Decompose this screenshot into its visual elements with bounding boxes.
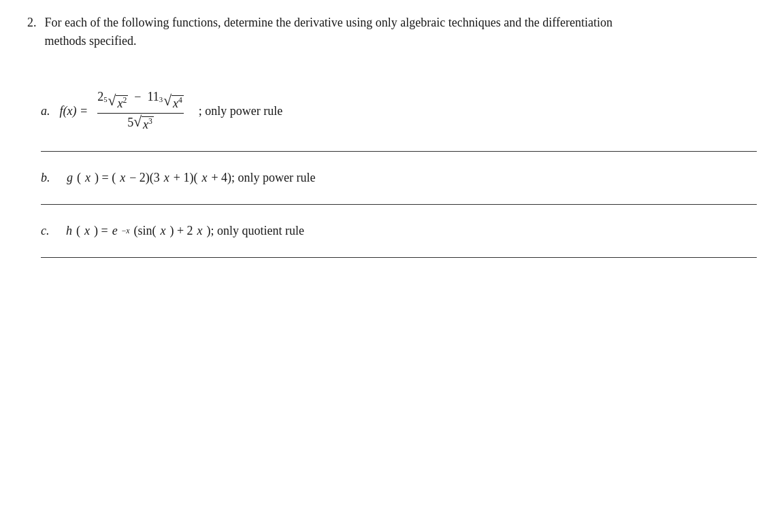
fraction-denominator: 5√x3	[127, 115, 154, 133]
parts-container: a. f(x) = 25√x2 − 113√x4 5√x3 ; only pow…	[41, 71, 757, 258]
part-a-content: a. f(x) = 25√x2 − 113√x4 5√x3 ; only pow…	[41, 83, 757, 139]
description-line2: methods specified.	[45, 34, 137, 48]
part-b-content: b. g(x) = (x − 2)(3x + 1)(x + 4); only p…	[41, 164, 757, 192]
part-a-note: ; only power rule	[199, 104, 282, 118]
description-line1: For each of the following functions, det…	[45, 16, 612, 29]
part-c-math: h(x) = e−x(sin(x) + 2x); only quotient r…	[59, 224, 305, 238]
problem-header: 2. For each of the following functions, …	[27, 14, 757, 50]
fifth-root-radical: 5√x2	[103, 94, 128, 112]
part-a-fraction: 25√x2 − 113√x4 5√x3	[97, 90, 184, 132]
problem-description: For each of the following functions, det…	[45, 14, 612, 50]
part-c: c. h(x) = e−x(sin(x) + 2x); only quotien…	[41, 205, 757, 258]
part-c-label: c.	[41, 224, 50, 238]
part-b-math: g(x) = (x − 2)(3x + 1)(x + 4); only powe…	[60, 171, 316, 185]
part-b-label: b.	[41, 171, 50, 185]
fraction-numerator: 25√x2 − 113√x4	[97, 90, 184, 114]
part-b: b. g(x) = (x − 2)(3x + 1)(x + 4); only p…	[41, 152, 757, 205]
problem-number: 2.	[27, 14, 37, 50]
part-a-function-label: f(x) =	[60, 104, 88, 118]
denominator-radical: √x3	[133, 115, 154, 133]
part-c-content: c. h(x) = e−x(sin(x) + 2x); only quotien…	[41, 217, 757, 245]
part-a-label: a.	[41, 104, 50, 118]
part-a: a. f(x) = 25√x2 − 113√x4 5√x3 ; only pow…	[41, 71, 757, 152]
cube-root-radical: 3√x4	[159, 94, 184, 112]
